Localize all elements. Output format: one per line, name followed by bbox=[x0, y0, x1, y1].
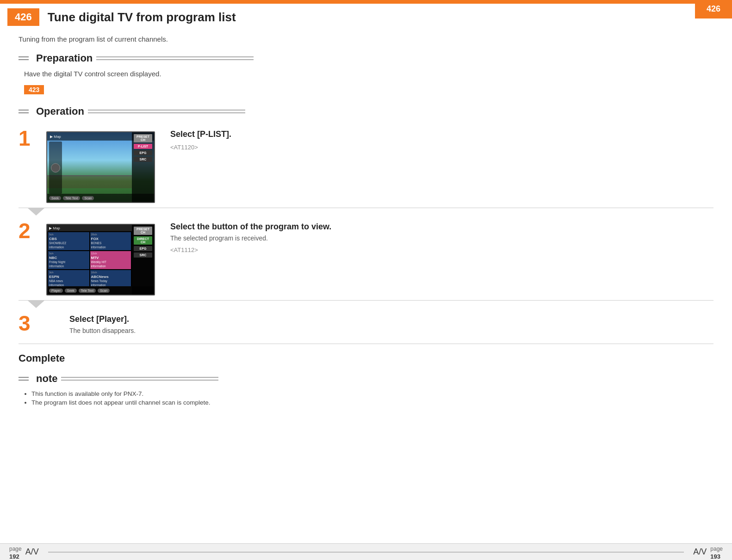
step-2-desc: The selected program is received. bbox=[170, 234, 713, 242]
operation-lines-right bbox=[88, 110, 713, 113]
op-line-r2 bbox=[88, 112, 245, 113]
tv-screen-1-sidebar: PRESETCH P-LIST EPG SRC bbox=[132, 132, 154, 202]
page-number: 426 bbox=[15, 11, 32, 23]
step-divider-2 bbox=[19, 301, 713, 308]
note-line-2 bbox=[19, 380, 29, 381]
bottom-page-num-right: 193 bbox=[710, 553, 720, 560]
step-2-number: 2 bbox=[19, 220, 42, 241]
bottom-nav-left: page 192 A/V bbox=[9, 544, 39, 560]
prog-list-body: 5ch CBS SHOWBUZZ information 20ch FOX BO… bbox=[47, 231, 132, 286]
step-1-title: Select [P-LIST]. bbox=[170, 129, 713, 139]
bottom-page-num-left: 192 bbox=[9, 553, 19, 560]
step-1-image: ▶ Map PRESETCH P-LIST EPG SRC Seek Tele … bbox=[46, 131, 157, 203]
line-r2 bbox=[96, 59, 254, 60]
preparation-text: Have the digital TV control screen displ… bbox=[24, 70, 713, 78]
prog-row-2: 5ch NBC Friday Night information 12ch MT… bbox=[48, 251, 131, 269]
complete-section: Complete bbox=[19, 352, 713, 364]
scan-btn-1: Scan bbox=[82, 196, 94, 200]
page-number-box: 426 bbox=[7, 8, 39, 26]
operation-section-header: Operation bbox=[19, 105, 713, 117]
teletext-btn-2: Tele Text bbox=[79, 289, 96, 293]
bottom-right-arrow[interactable]: A/V bbox=[693, 547, 707, 557]
seek-btn-1: Seek bbox=[49, 196, 61, 200]
prog-cell-fox: 20ch FOX BONES information bbox=[90, 232, 131, 250]
preparation-section-header: Preparation bbox=[19, 52, 713, 64]
divider-triangle-2 bbox=[28, 301, 44, 308]
step-3-number: 3 bbox=[19, 313, 42, 334]
complete-label: Complete bbox=[19, 352, 65, 364]
bottom-page-label-right-text: page bbox=[710, 546, 723, 552]
seek-btn-2: Seek bbox=[65, 289, 77, 293]
preset-ch-btn-2: PRESETCH bbox=[134, 227, 152, 235]
op-line-r1 bbox=[88, 110, 245, 111]
top-orange-bar bbox=[0, 0, 732, 4]
bottom-page-label-right: page 193 bbox=[710, 544, 723, 560]
step-1-content: Select [P-LIST]. <AT1120> bbox=[170, 129, 713, 151]
preparation-content: Have the digital TV control screen displ… bbox=[21, 70, 713, 94]
scan-btn-2: Scan bbox=[98, 289, 110, 293]
prog-row-3: 3ch ESPN NBA news information 10ch ABCNe… bbox=[48, 270, 131, 286]
tv-screen-2-sidebar: PRESETCH DIRECTCH EPG SRC bbox=[132, 225, 154, 295]
preparation-label: Preparation bbox=[36, 52, 93, 64]
tv-screen-2-bottom-bar: Player Seek Tele Text Scan bbox=[47, 286, 154, 295]
prog-cell-nbc: 5ch NBC Friday Night information bbox=[48, 251, 89, 269]
epg-btn: EPG bbox=[134, 150, 152, 155]
op-line-2 bbox=[19, 112, 29, 113]
preparation-lines-right bbox=[96, 56, 713, 60]
tv-screen-2: ▶ Map 5ch CBS SHOWBUZZ information bbox=[46, 224, 155, 295]
bottom-nav-right: A/V page 193 bbox=[693, 544, 723, 560]
step-2-title: Select the button of the program to view… bbox=[170, 222, 713, 232]
page-header: 426 Tune digital TV from program list bbox=[0, 4, 732, 29]
main-content: Tuning from the program list of current … bbox=[0, 35, 732, 406]
teletext-btn-1: Tele Text bbox=[63, 196, 81, 200]
line-r1 bbox=[96, 56, 254, 57]
prog-cell-abcnews: 10ch ABCNews News Today information bbox=[90, 270, 131, 286]
direct-ch-btn: DIRECTCH bbox=[134, 236, 152, 245]
page-subtitle: Tuning from the program list of current … bbox=[19, 35, 713, 43]
epg-btn-2: EPG bbox=[134, 246, 152, 251]
step-2-content: Select the button of the program to view… bbox=[170, 222, 713, 253]
step-1-ref: <AT1120> bbox=[170, 144, 713, 151]
src-btn: SRC bbox=[134, 157, 152, 162]
divider-triangle-1 bbox=[28, 208, 44, 215]
page-badge-top: 426 bbox=[695, 0, 732, 18]
note-item-1: This function is available only for PNX-… bbox=[31, 390, 713, 397]
page-title: Tune digital TV from program list bbox=[48, 10, 236, 25]
note-section-header: note bbox=[19, 373, 713, 385]
preparation-lines-left bbox=[19, 56, 29, 60]
step-2-ref: <AT1112> bbox=[170, 246, 713, 253]
note-line-r2 bbox=[61, 380, 218, 381]
line-1 bbox=[19, 56, 29, 57]
operation-lines-left bbox=[19, 110, 29, 113]
step-1-number: 1 bbox=[19, 128, 42, 149]
note-label: note bbox=[36, 373, 57, 385]
step-3-desc: The button disappears. bbox=[69, 327, 713, 334]
operation-label: Operation bbox=[36, 105, 84, 117]
tv-screen-1: ▶ Map PRESETCH P-LIST EPG SRC Seek Tele … bbox=[46, 131, 155, 203]
step-3-title: Select [Player]. bbox=[69, 314, 713, 324]
note-lines-left bbox=[19, 377, 29, 381]
prog-row-1: 5ch CBS SHOWBUZZ information 20ch FOX BO… bbox=[48, 232, 131, 250]
bottom-page-label-left-text: page bbox=[9, 546, 22, 552]
prog-cell-cbs: 5ch CBS SHOWBUZZ information bbox=[48, 232, 89, 250]
step-3-content: Select [Player]. The button disappears. bbox=[69, 314, 713, 339]
bottom-nav-bar: page 192 A/V A/V page 193 bbox=[0, 543, 732, 560]
prog-list-header: ▶ Map bbox=[47, 225, 132, 231]
note-items-list: This function is available only for PNX-… bbox=[24, 390, 713, 406]
preparation-ref-badge[interactable]: 423 bbox=[24, 85, 44, 94]
prog-cell-mtv: 12ch MTV Weekly HIT information bbox=[90, 251, 131, 269]
bottom-left-arrow[interactable]: A/V bbox=[25, 547, 39, 557]
note-item-2: The program list does not appear until c… bbox=[31, 399, 713, 406]
preset-ch-btn: PRESETCH bbox=[134, 134, 152, 142]
tv-screen-2-inner: ▶ Map 5ch CBS SHOWBUZZ information bbox=[47, 225, 132, 286]
page-badge-top-number: 426 bbox=[707, 4, 720, 14]
note-lines-right bbox=[61, 377, 713, 381]
p-list-btn: P-LIST bbox=[134, 144, 152, 149]
step-1: 1 ▶ Map PRESETCH P-LIST EPG SRC bbox=[19, 123, 713, 208]
op-line-1 bbox=[19, 110, 29, 111]
step-3: 3 Select [Player]. The button disappears… bbox=[19, 308, 713, 344]
step-divider-1 bbox=[19, 208, 713, 215]
src-btn-2: SRC bbox=[134, 252, 152, 258]
note-line-1 bbox=[19, 377, 29, 378]
tv-screen-1-bottom-bar: Seek Tele Text Scan bbox=[47, 194, 154, 202]
